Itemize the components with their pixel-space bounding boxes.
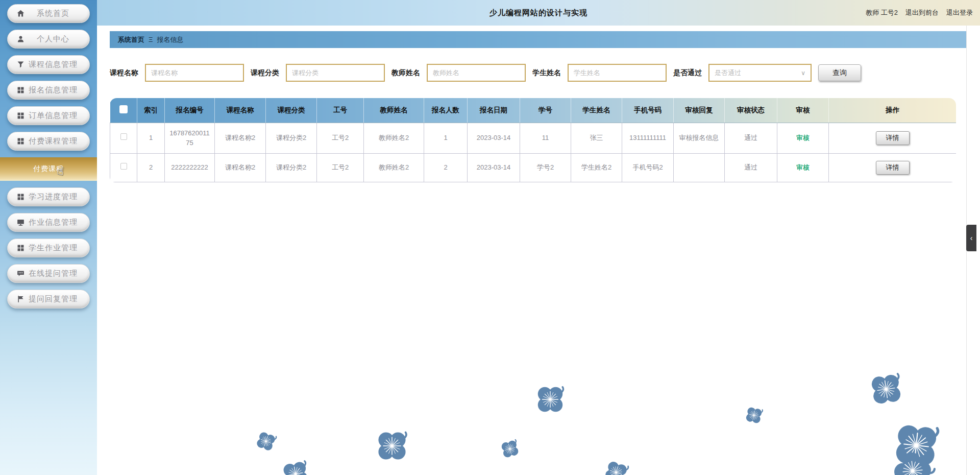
sidebar-item-label: 学习进度管理: [25, 192, 81, 202]
cell-course-name: 课程名称2: [215, 153, 266, 182]
cell-phone: 13111111111: [622, 123, 674, 153]
cell-course-category: 课程分类2: [266, 153, 317, 182]
page-title: 少儿编程网站的设计与实现: [97, 0, 980, 26]
table-header-row: 索引 报名编号 课程名称 课程分类 工号 教师姓名 报名人数 报名日期 学号 学…: [110, 98, 957, 123]
sidebar: 系统首页 个人中心 课程信息管理 报名信息管理 订单信息管理 付费课程管理 付费…: [0, 0, 97, 475]
content-area: 系统首页 Ξ 报名信息 课程名称 课程分类 教师姓名 学生姓名 是否通过 是否通…: [97, 31, 980, 182]
course-category-input[interactable]: [286, 64, 385, 82]
cell-course-name: 课程名称2: [215, 123, 266, 153]
sidebar-item-label: 在线提问管理: [25, 269, 81, 278]
filter-label-pass-status: 是否通过: [673, 68, 702, 78]
cell-phone: 手机号码2: [622, 153, 674, 182]
cell-audit-status: 通过: [725, 153, 777, 182]
col-header-course-name: 课程名称: [215, 98, 266, 123]
col-header-enroll-date: 报名日期: [468, 98, 520, 123]
sidebar-item-paid-course-mgmt[interactable]: 付费课程管理: [7, 132, 90, 151]
cell-index: 2: [137, 153, 165, 182]
cell-student-no: 11: [520, 123, 571, 153]
sidebar-item-label: 付费课程管理: [25, 136, 81, 146]
sidebar-item-profile[interactable]: 个人中心: [7, 30, 90, 49]
sidebar-item-paid-course-active[interactable]: 付费课程 ☝: [0, 157, 97, 181]
sidebar-item-label: 提问回复管理: [25, 294, 81, 304]
sidebar-menu: 系统首页 个人中心 课程信息管理 报名信息管理 订单信息管理 付费课程管理 付费…: [0, 0, 97, 308]
user-icon: [16, 35, 25, 44]
table-row: 1 1678762001175 课程名称2 课程分类2 工号2 教师姓名2 1 …: [110, 123, 957, 153]
cell-enroll-no: 2222222222: [165, 153, 215, 182]
col-header-enroll-no: 报名编号: [165, 98, 215, 123]
grid-icon: [16, 193, 25, 202]
filter-bar: 课程名称 课程分类 教师姓名 学生姓名 是否通过 是否通过 ∨ 查询: [110, 64, 966, 82]
filter-label-course-category: 课程分类: [251, 68, 279, 78]
sidebar-item-learning-progress[interactable]: 学习进度管理: [7, 187, 90, 206]
breadcrumb-home[interactable]: 系统首页: [118, 35, 144, 44]
sidebar-item-course-info[interactable]: 课程信息管理: [7, 55, 90, 74]
main-area: 少儿编程网站的设计与实现 教师 工号2 退出到前台 退出登录 系统首页 Ξ 报名…: [97, 0, 980, 475]
col-header-student-no: 学号: [520, 98, 571, 123]
cell-course-category: 课程分类2: [266, 123, 317, 153]
row-select-cell: [110, 123, 137, 153]
cell-audit-reply: 审核报名信息: [674, 123, 725, 153]
hand-cursor-icon: ☝: [56, 164, 65, 178]
cell-enroll-count: 1: [424, 123, 468, 153]
row-checkbox[interactable]: [120, 133, 127, 140]
breadcrumb: 系统首页 Ξ 报名信息: [110, 31, 966, 48]
sidebar-item-question-replies[interactable]: 提问回复管理: [7, 290, 90, 308]
cell-teacher-name: 教师姓名2: [364, 153, 424, 182]
detail-button[interactable]: 详情: [876, 131, 910, 145]
table-row: 2 2222222222 课程名称2 课程分类2 工号2 教师姓名2 2 202…: [110, 153, 957, 182]
exit-front-link[interactable]: 退出到前台: [905, 8, 939, 17]
sidebar-item-label: 课程信息管理: [25, 60, 81, 69]
cell-job-no: 工号2: [317, 123, 364, 153]
col-header-phone: 手机号码: [622, 98, 674, 123]
grid-icon: [16, 111, 25, 121]
search-button[interactable]: 查询: [818, 64, 861, 81]
pass-status-select[interactable]: 是否通过 ∨: [708, 64, 812, 82]
student-name-input[interactable]: [568, 64, 667, 82]
audit-link[interactable]: 审核: [797, 134, 810, 141]
course-name-input[interactable]: [145, 64, 244, 82]
user-label: 教师 工号2: [866, 8, 898, 17]
sidebar-item-online-questions[interactable]: 在线提问管理: [7, 264, 90, 283]
cell-audit: 审核: [777, 123, 829, 153]
select-all-checkbox[interactable]: [119, 105, 128, 113]
sidebar-item-enrollment[interactable]: 报名信息管理: [7, 81, 90, 100]
sidebar-item-homework-info[interactable]: 作业信息管理: [7, 213, 90, 232]
collapse-panel-button[interactable]: ‹: [966, 225, 976, 251]
cell-enroll-no: 1678762001175: [165, 123, 215, 153]
col-header-course-category: 课程分类: [266, 98, 317, 123]
cell-actions: 详情: [829, 123, 957, 153]
monitor-icon: [16, 218, 25, 227]
select-all-cell: [110, 98, 137, 123]
cell-teacher-name: 教师姓名2: [364, 123, 424, 153]
sidebar-item-label: 系统首页: [25, 9, 81, 18]
detail-button[interactable]: 详情: [876, 161, 910, 175]
col-header-teacher-name: 教师姓名: [364, 98, 424, 123]
chevron-left-icon: ‹: [970, 234, 973, 242]
user-box: 教师 工号2 退出到前台 退出登录: [866, 0, 973, 26]
sidebar-item-home[interactable]: 系统首页: [7, 4, 90, 23]
home-icon: [16, 9, 25, 18]
grid-icon: [16, 137, 25, 146]
row-checkbox[interactable]: [120, 163, 127, 170]
logout-link[interactable]: 退出登录: [946, 8, 973, 17]
cell-index: 1: [137, 123, 165, 153]
sidebar-item-student-homework[interactable]: 学生作业管理: [7, 239, 90, 257]
breadcrumb-separator-icon: Ξ: [149, 36, 153, 43]
audit-link[interactable]: 审核: [797, 164, 810, 171]
row-select-cell: [110, 153, 137, 182]
flag-icon: [16, 295, 25, 304]
col-header-audit: 审核: [777, 98, 829, 123]
cell-audit-status: 通过: [725, 123, 777, 153]
col-header-audit-reply: 审核回复: [674, 98, 725, 123]
cell-student-name: 张三: [571, 123, 622, 153]
sidebar-item-label: 学生作业管理: [25, 243, 81, 253]
sidebar-item-orders[interactable]: 订单信息管理: [7, 106, 90, 125]
filter-label-course-name: 课程名称: [110, 68, 138, 78]
cell-audit-reply: [674, 153, 725, 182]
grid-icon: [16, 86, 25, 95]
sidebar-item-label: 报名信息管理: [25, 85, 81, 95]
cell-actions: 详情: [829, 153, 957, 182]
sidebar-item-label: 订单信息管理: [25, 111, 81, 121]
teacher-name-input[interactable]: [427, 64, 526, 82]
col-header-actions: 操作: [829, 98, 957, 123]
